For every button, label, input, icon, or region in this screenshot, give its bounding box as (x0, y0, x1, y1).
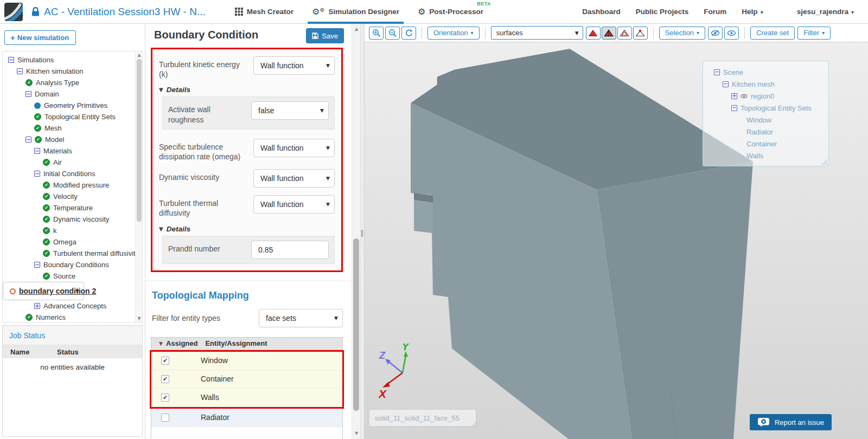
create-set-button[interactable]: Create set (750, 27, 795, 40)
sidebar-item-omega[interactable]: Omega (3, 236, 142, 248)
sidebar-item-air[interactable]: Air (3, 157, 142, 168)
link-public-projects[interactable]: Public Projects (636, 8, 689, 16)
table-row-container[interactable]: Container (151, 370, 342, 389)
sidebar-item-temperature[interactable]: Temperature (3, 202, 142, 214)
prandtl-number-input[interactable]: 0.85 (251, 241, 329, 259)
hide-selection-button[interactable] (708, 27, 723, 40)
scene-node-window[interactable]: Window (709, 114, 823, 126)
omega-dissipation-select[interactable]: Wall function (253, 139, 335, 157)
table-row-radiator[interactable]: Radiator (151, 409, 342, 427)
splitter-grip-icon[interactable] (361, 230, 363, 237)
panel-scrollbar[interactable]: ▲ ▼ (352, 24, 360, 439)
scroll-down-icon[interactable]: ▼ (352, 430, 361, 437)
expander-icon[interactable] (714, 69, 720, 75)
tab-post-processor[interactable]: ⚙ Post-Processor BETA (418, 0, 483, 24)
sidebar-item-source[interactable]: Source (3, 270, 142, 282)
details-toggle[interactable]: Details (152, 222, 341, 235)
show-selection-button[interactable] (724, 27, 739, 40)
panel-splitter[interactable] (360, 24, 365, 439)
scene-node-region0[interactable]: region0 (709, 90, 823, 102)
sidebar-item-kitchen-simulation[interactable]: Kitchen simulation (3, 66, 142, 77)
panel-scrollbar-thumb[interactable] (353, 238, 359, 411)
dynamic-viscosity-select[interactable]: Wall function (253, 169, 335, 188)
expander-icon[interactable] (731, 105, 737, 111)
report-issue-button[interactable]: Report an issue (750, 414, 832, 430)
new-simulation-button[interactable]: New simulation (4, 30, 76, 45)
sidebar-item-numerics[interactable]: Numerics (3, 312, 142, 323)
scroll-up-icon[interactable]: ▲ (352, 26, 361, 33)
expander-icon[interactable] (17, 68, 23, 74)
points-mode-button[interactable] (633, 27, 648, 40)
thermal-diffusivity-select[interactable]: Wall function (253, 195, 335, 214)
link-forum[interactable]: Forum (704, 8, 726, 16)
sidebar-item-domain[interactable]: Domain (3, 88, 142, 100)
sidebar-item-simulations[interactable]: Simulations (3, 54, 142, 66)
sidebar-item-turbulent-thermal-diffusivity[interactable]: Turbulent thermal diffusivity (3, 248, 142, 259)
sidebar-item-mesh[interactable]: Mesh (3, 122, 142, 134)
expander-icon[interactable] (731, 93, 737, 99)
sidebar-item-k[interactable]: k (3, 225, 142, 236)
refresh-view-button[interactable] (401, 27, 416, 40)
help-menu[interactable]: Help (742, 8, 763, 16)
sidebar-item-materials[interactable]: Materials (3, 145, 142, 157)
scene-node-walls[interactable]: Walls (709, 150, 823, 162)
expander-icon[interactable] (25, 91, 31, 97)
table-row-walls[interactable]: Walls (151, 389, 342, 407)
tab-simulation-designer[interactable]: ⚙⚙ Simulation Designer (312, 0, 399, 24)
sidebar-item-geometry-primitives[interactable]: Geometry Primitives (3, 100, 142, 111)
save-button[interactable]: Save (306, 28, 344, 43)
surface-edges-mode-button[interactable] (602, 27, 616, 40)
scene-node-topological-entity-sets[interactable]: Topological Entity Sets (709, 102, 823, 114)
scroll-up-icon[interactable]: ▲ (136, 52, 143, 59)
3d-canvas[interactable]: Scene Kitchen mesh region0 Topological E… (365, 42, 868, 439)
expander-icon[interactable] (8, 57, 14, 63)
radiator-checkbox[interactable] (161, 414, 169, 422)
scroll-down-icon[interactable]: ▼ (136, 315, 143, 322)
expander-icon[interactable] (34, 262, 40, 268)
turbulent-kinetic-energy-select[interactable]: Wall function (253, 56, 335, 75)
render-entity-select[interactable]: surfaces (491, 26, 583, 40)
filter-dropdown[interactable]: Filter (797, 27, 831, 40)
tab-mesh-creator[interactable]: Mesh Creator (235, 0, 293, 24)
selection-dropdown[interactable]: Selection (659, 27, 706, 40)
scene-node-scene[interactable]: Scene (709, 66, 823, 78)
project-title[interactable]: AC - Ventilation Session3 HW - N... (44, 6, 206, 18)
scene-node-kitchen-mesh[interactable]: Kitchen mesh (709, 78, 823, 90)
selected-face-input[interactable]: solid_11_solid_11_face_55 (369, 409, 476, 427)
details-toggle[interactable]: Details (152, 83, 341, 95)
tree-scrollbar-thumb[interactable] (137, 59, 142, 222)
scene-node-container[interactable]: Container (709, 138, 823, 150)
sidebar-item-model[interactable]: Model (3, 134, 142, 145)
window-checkbox[interactable] (161, 357, 169, 365)
container-checkbox[interactable] (161, 375, 169, 383)
eye-icon[interactable] (741, 94, 748, 99)
sidebar-item-dynamic-viscosity[interactable]: Dynamic viscosity (3, 214, 142, 225)
entity-type-filter-select[interactable]: face sets (259, 309, 343, 327)
sidebar-item-initial-conditions[interactable]: Initial Conditions (3, 168, 142, 179)
expander-icon[interactable] (34, 148, 40, 154)
link-dashboard[interactable]: Dashboard (582, 8, 621, 16)
mapping-table-header[interactable]: ▼ Assigned Entity/Assignment (151, 338, 342, 350)
scene-node-radiator[interactable]: Radiator (709, 126, 823, 138)
sidebar-item-boundary-conditions[interactable]: Boundary Conditions (3, 259, 142, 270)
surface-mode-button[interactable] (586, 27, 601, 40)
sidebar-item-analysis-type[interactable]: Analysis Type (3, 77, 142, 88)
orientation-dropdown[interactable]: Orientation (427, 27, 480, 40)
expander-icon[interactable] (34, 171, 40, 177)
zoom-in-button[interactable] (369, 27, 384, 40)
expander-icon[interactable] (723, 81, 729, 87)
walls-checkbox[interactable] (161, 393, 169, 402)
sidebar-item-modified-pressure[interactable]: Modified pressure (3, 179, 142, 191)
expander-icon[interactable] (34, 303, 40, 309)
simscale-logo-icon[interactable] (4, 3, 23, 21)
sidebar-item-advanced-concepts[interactable]: Advanced Concepts (3, 300, 142, 312)
user-menu[interactable]: sjesu_rajendra (797, 8, 854, 16)
table-row-window[interactable]: Window (151, 352, 342, 370)
sort-descending-icon[interactable]: ▼ (159, 341, 163, 346)
wall-roughness-select[interactable]: false (251, 101, 329, 120)
sidebar-item-boundary-condition-2[interactable]: boundary condition 2 (3, 282, 84, 300)
tree-scrollbar[interactable]: ▲ ▼ (135, 51, 142, 322)
zoom-out-button[interactable] (385, 27, 400, 40)
sidebar-item-topological-entity-sets[interactable]: Topological Entity Sets (3, 111, 142, 122)
wireframe-mode-button[interactable] (617, 27, 632, 40)
